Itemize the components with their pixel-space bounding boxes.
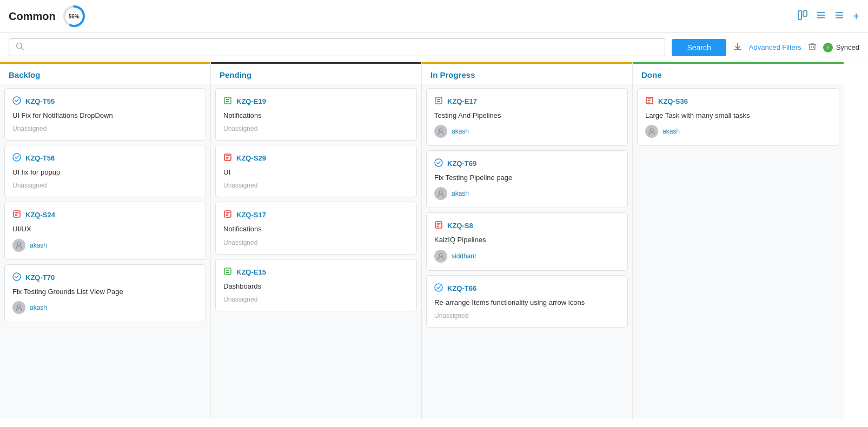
epic-icon [223,267,232,277]
svg-point-32 [439,253,442,257]
card-footer: akash [434,187,620,200]
card-id-row: KZQ-T66 [434,283,620,293]
svg-point-22 [17,305,21,308]
unassigned-label: Unassigned [223,182,257,189]
card-id-label[interactable]: KZQ-S8 [447,222,473,230]
table-row[interactable]: KZQ-E19NotificationsUnassigned [215,88,417,141]
table-row[interactable]: KZQ-E15DashboardsUnassigned [215,259,417,311]
card-id-label[interactable]: KZQ-S24 [25,211,55,219]
avatar [12,239,25,252]
task-icon [12,96,21,106]
card-footer: akash [645,125,831,138]
board: BacklogKZQ-T55UI Fix for Notifiations Dr… [0,62,868,419]
card-title: Large Task with many small tasks [645,111,831,121]
column-body-done: KZQ-S36Large Task with many small tasksa… [633,84,844,419]
search-input[interactable] [29,43,658,51]
svg-point-35 [650,129,653,132]
card-id-label[interactable]: KZQ-S17 [236,211,266,219]
card-title: Notifications [223,224,409,234]
card-id-row: KZQ-E15 [223,267,409,277]
card-id-label[interactable]: KZQ-E15 [236,268,266,276]
column-header-in-progress: In Progress [422,62,632,84]
task-icon [12,272,21,283]
avatar [434,187,447,200]
svg-rect-3 [803,11,807,16]
card-footer: Unassigned [223,296,409,303]
card-title: UI [223,168,409,177]
column-header-backlog: Backlog [0,62,210,84]
table-row[interactable]: KZQ-S24UI/UXakash [4,202,206,259]
table-row[interactable]: KZQ-E17Testing And Pipelinesakash [426,88,628,146]
table-row[interactable]: KZQ-T70Fix Testing Grounds List View Pag… [4,264,206,322]
card-id-label[interactable]: KZQ-E17 [447,97,477,105]
download-icon[interactable] [733,42,743,54]
table-row[interactable]: KZQ-S17NotificationsUnassigned [215,202,417,254]
progress-label: 56% [69,14,79,19]
column-header-done: Done [633,62,844,84]
unassigned-label: Unassigned [12,125,47,132]
svg-rect-23 [224,97,231,104]
table-row[interactable]: KZQ-S8KaizIQ Pipelinessiddhant [426,212,628,270]
menu-icon[interactable] [834,10,844,22]
sync-label: Synced [836,43,859,51]
column-in-progress: In ProgressKZQ-E17Testing And Pipelinesa… [422,62,633,419]
search-button[interactable]: Search [672,39,726,56]
table-row[interactable]: KZQ-S36Large Task with many small tasksa… [637,88,839,146]
card-id-row: KZQ-E17 [434,96,620,106]
svg-point-20 [17,243,21,246]
column-done: DoneKZQ-S36Large Task with many small ta… [633,62,844,419]
card-title: UI fix for popup [12,168,198,177]
card-id-label[interactable]: KZQ-T70 [25,273,55,282]
unassigned-label: Unassigned [223,125,257,132]
table-row[interactable]: KZQ-S29UIUnassigned [215,145,417,197]
avatar [434,250,447,263]
card-id-label[interactable]: KZQ-T55 [25,97,55,105]
card-footer: akash [434,125,620,138]
card-id-row: KZQ-S17 [223,210,409,220]
search-input-wrap[interactable] [9,38,665,56]
table-row[interactable]: KZQ-T56UI fix for popupUnassigned [4,145,206,197]
delete-icon[interactable] [808,42,817,53]
unassigned-label: Unassigned [12,182,47,189]
card-id-row: KZQ-S8 [434,221,620,231]
search-icon [16,42,24,52]
column-header-pending: Pending [211,62,421,84]
advanced-filters-link[interactable]: Advanced Filters [749,43,801,51]
card-title: KaizIQ Pipelines [434,235,620,245]
unassigned-label: Unassigned [223,296,257,303]
card-id-label[interactable]: KZQ-S36 [658,97,688,105]
svg-rect-26 [224,268,231,275]
card-title: Testing And Pipelines [434,111,620,121]
list-icon[interactable] [816,10,826,22]
svg-rect-27 [435,97,442,104]
column-title-pending: Pending [220,70,251,79]
column-title-backlog: Backlog [9,70,40,79]
card-id-label[interactable]: KZQ-T66 [447,284,476,292]
table-row[interactable]: KZQ-T66Re-arrange Items functionality us… [426,275,628,328]
card-footer: akash [12,239,198,252]
svg-point-30 [439,191,442,194]
table-row[interactable]: KZQ-T55UI Fix for Notifiations DropDownU… [4,88,206,141]
card-id-label[interactable]: KZQ-T69 [447,159,476,168]
story-icon [434,221,443,231]
task-icon [434,283,443,293]
add-icon[interactable]: + [853,10,859,23]
card-id-row: KZQ-S36 [645,96,831,106]
search-bar: Search Advanced Filters ✓ Synced [0,33,868,62]
column-body-pending: KZQ-E19NotificationsUnassignedKZQ-S29UIU… [211,84,421,419]
kanban-icon[interactable] [798,10,807,22]
card-id-label[interactable]: KZQ-T56 [25,154,55,162]
table-row[interactable]: KZQ-T69Fix Testing Pipeline pageakash [426,150,628,208]
card-footer: Unassigned [12,125,198,132]
card-id-label[interactable]: KZQ-S29 [236,154,266,162]
card-footer: Unassigned [223,239,409,246]
card-id-row: KZQ-S29 [223,153,409,163]
column-body-in-progress: KZQ-E17Testing And PipelinesakashKZQ-T69… [422,84,632,419]
svg-rect-2 [798,11,801,19]
card-id-row: KZQ-S24 [12,210,198,220]
story-icon [223,210,232,220]
card-id-label[interactable]: KZQ-E19 [236,97,266,105]
progress-circle: 56% [62,4,86,28]
card-title: Re-arrange Items functionality using arr… [434,298,620,308]
column-backlog: BacklogKZQ-T55UI Fix for Notifiations Dr… [0,62,211,419]
